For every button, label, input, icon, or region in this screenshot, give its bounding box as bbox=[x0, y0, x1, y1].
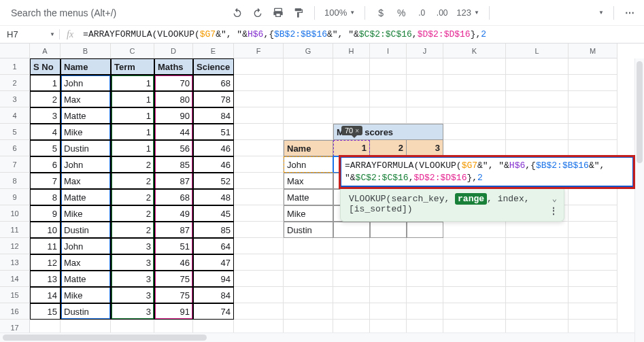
cell[interactable]: John bbox=[61, 75, 111, 91]
cell[interactable] bbox=[370, 287, 407, 303]
more-options-icon[interactable]: ⋮ bbox=[549, 205, 558, 217]
cell[interactable] bbox=[370, 238, 407, 254]
cell[interactable] bbox=[284, 271, 333, 287]
cell[interactable]: 90 bbox=[154, 107, 193, 124]
cell[interactable]: Name bbox=[284, 140, 333, 156]
select-all-corner[interactable] bbox=[0, 44, 30, 58]
cell[interactable]: 85 bbox=[193, 222, 234, 238]
cell[interactable] bbox=[506, 222, 569, 238]
cell[interactable] bbox=[506, 58, 569, 75]
col-header-l[interactable]: L bbox=[506, 44, 569, 58]
cell[interactable] bbox=[407, 238, 443, 254]
cell[interactable]: 2 bbox=[111, 189, 154, 205]
cell[interactable] bbox=[407, 58, 443, 75]
row-header-9[interactable]: 9 bbox=[0, 189, 30, 205]
cell[interactable] bbox=[333, 271, 370, 287]
cell[interactable] bbox=[506, 254, 569, 271]
cell[interactable] bbox=[407, 107, 443, 124]
cell[interactable]: 11 bbox=[30, 238, 61, 254]
cell[interactable]: Mike bbox=[284, 205, 333, 222]
cell[interactable] bbox=[506, 75, 569, 91]
cell[interactable] bbox=[569, 75, 617, 91]
cell[interactable] bbox=[407, 303, 443, 320]
cell[interactable]: 3 bbox=[111, 287, 154, 303]
cell[interactable]: John bbox=[61, 238, 111, 254]
row-header-10[interactable]: 10 bbox=[0, 205, 30, 222]
cell[interactable] bbox=[407, 271, 443, 287]
cell[interactable] bbox=[370, 58, 407, 75]
cell[interactable] bbox=[234, 58, 284, 75]
cell[interactable]: 91 bbox=[154, 303, 193, 320]
cell[interactable] bbox=[284, 75, 333, 91]
cell[interactable] bbox=[284, 91, 333, 107]
cell[interactable] bbox=[407, 222, 443, 238]
column-headers[interactable]: ABCDEFGHIJKLM bbox=[0, 44, 617, 58]
cell[interactable]: Maths bbox=[154, 58, 193, 75]
cell[interactable]: 2 bbox=[370, 140, 407, 156]
percent-icon[interactable]: % bbox=[392, 4, 410, 22]
row-header-6[interactable]: 6 bbox=[0, 140, 30, 156]
cell[interactable]: 45 bbox=[193, 205, 234, 222]
cell[interactable]: 1 bbox=[30, 75, 61, 91]
col-header-b[interactable]: B bbox=[61, 44, 111, 58]
cell[interactable] bbox=[234, 222, 284, 238]
cell[interactable] bbox=[370, 254, 407, 271]
row-header-12[interactable]: 12 bbox=[0, 238, 30, 254]
cell[interactable]: 84 bbox=[193, 287, 234, 303]
cell[interactable]: Mike bbox=[61, 205, 111, 222]
cell[interactable]: 56 bbox=[154, 140, 193, 156]
row-header-1[interactable]: 1 bbox=[0, 58, 30, 75]
cell[interactable] bbox=[407, 287, 443, 303]
cell[interactable]: 6 bbox=[30, 156, 61, 173]
cell[interactable]: 75 bbox=[154, 271, 193, 287]
cell[interactable]: 1 bbox=[333, 140, 370, 156]
cell[interactable]: 85 bbox=[154, 156, 193, 173]
cell[interactable] bbox=[506, 140, 569, 156]
print-icon[interactable] bbox=[269, 4, 287, 22]
cell[interactable] bbox=[569, 222, 617, 238]
cell[interactable] bbox=[569, 205, 617, 222]
cell[interactable] bbox=[333, 75, 370, 91]
cell[interactable] bbox=[370, 222, 407, 238]
cell[interactable]: 3 bbox=[30, 107, 61, 124]
cell[interactable]: Max bbox=[61, 173, 111, 189]
cell[interactable]: 2 bbox=[111, 156, 154, 173]
number-format-dropdown[interactable]: 123▼ bbox=[454, 7, 482, 18]
cell[interactable]: 1 bbox=[111, 91, 154, 107]
cell[interactable] bbox=[284, 58, 333, 75]
row-header-15[interactable]: 15 bbox=[0, 287, 30, 303]
cell[interactable]: 13 bbox=[30, 271, 61, 287]
cell[interactable] bbox=[569, 189, 617, 205]
cell[interactable]: 51 bbox=[154, 238, 193, 254]
cell[interactable] bbox=[443, 271, 506, 287]
cell[interactable] bbox=[407, 75, 443, 91]
cell[interactable]: 10 bbox=[30, 222, 61, 238]
cell[interactable] bbox=[443, 287, 506, 303]
cell[interactable] bbox=[234, 287, 284, 303]
cell[interactable]: Mike bbox=[61, 287, 111, 303]
cell[interactable]: 7 bbox=[30, 173, 61, 189]
cell[interactable] bbox=[506, 124, 569, 140]
undo-icon[interactable] bbox=[228, 4, 246, 22]
cell[interactable] bbox=[333, 287, 370, 303]
cell[interactable] bbox=[569, 287, 617, 303]
col-header-g[interactable]: G bbox=[284, 44, 333, 58]
cell[interactable]: Matte bbox=[61, 271, 111, 287]
col-header-i[interactable]: I bbox=[370, 44, 407, 58]
cell[interactable] bbox=[407, 91, 443, 107]
cell[interactable]: Dustin bbox=[61, 140, 111, 156]
cell[interactable] bbox=[234, 140, 284, 156]
cell[interactable]: Max bbox=[61, 254, 111, 271]
cell[interactable] bbox=[370, 271, 407, 287]
cell[interactable] bbox=[443, 254, 506, 271]
cell[interactable] bbox=[234, 205, 284, 222]
cell[interactable]: 52 bbox=[193, 173, 234, 189]
horizontal-scrollbar[interactable] bbox=[0, 332, 634, 342]
cell[interactable]: 15 bbox=[30, 303, 61, 320]
cell[interactable]: Mike bbox=[61, 124, 111, 140]
cell[interactable]: 94 bbox=[193, 271, 234, 287]
cell[interactable]: 47 bbox=[193, 254, 234, 271]
cell[interactable]: 84 bbox=[193, 107, 234, 124]
cell[interactable]: 12 bbox=[30, 254, 61, 271]
row-header-5[interactable]: 5 bbox=[0, 124, 30, 140]
